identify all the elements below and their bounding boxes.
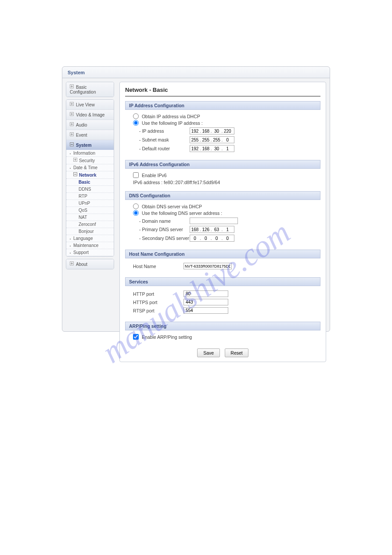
pdns-oct-2[interactable] [201,226,211,232]
ip-oct-3[interactable] [212,128,222,134]
net-sub-zeroconf[interactable]: Zeroconf [66,221,114,228]
sidebar-item-basic-config[interactable]: Basic Configuration [66,82,114,97]
save-button[interactable]: Save [197,348,220,357]
radio-dns-static[interactable] [133,210,139,216]
net-sub-qos[interactable]: QoS [66,207,114,214]
radio-ip-dhcp[interactable] [133,113,139,119]
pdns-oct-4[interactable] [223,226,232,232]
window-title: System [62,67,330,78]
sidebar-item-audio[interactable]: Audio [66,120,114,130]
ip-oct-4[interactable] [223,128,232,134]
subitem-language[interactable]: Language [66,235,114,242]
sdns-oct-1[interactable] [190,235,200,241]
radio-ip-static-label: Use the following IP address : [142,120,203,126]
primary-dns-input: . . . [190,226,234,233]
http-port-label: HTTP port [133,291,183,297]
section-dns-header: DNS Configuration [125,191,320,200]
router-oct-3[interactable] [212,145,222,152]
subnet-oct-4[interactable] [223,137,232,143]
subitem-network[interactable]: Network [66,171,114,179]
sdns-oct-2[interactable] [201,235,211,241]
radio-dns-dhcp-label: Obtain DNS server via DHCP [142,204,202,209]
sdns-oct-4[interactable] [223,235,232,241]
rtsp-port-input[interactable] [183,307,228,314]
sidebar-item-system[interactable]: System [66,140,114,150]
main-content: Network - Basic IP Address Configuration… [119,82,326,362]
router-oct-4[interactable] [223,145,232,152]
checkbox-enable-arp[interactable] [133,334,139,340]
pdns-oct-3[interactable] [212,226,222,232]
net-sub-upnp[interactable]: UPnP [66,200,114,207]
subnet-oct-2[interactable] [201,137,211,143]
section-ip-header: IP Address Configuration [125,101,320,110]
subnet-input: . . . [190,136,234,143]
subnet-oct-3[interactable] [212,137,222,143]
sidebar-item-video-image[interactable]: Video & Image [66,109,114,120]
radio-ip-dhcp-label: Obtain IP address via DHCP [142,114,200,119]
subitem-date-time[interactable]: Date & Time [66,164,114,171]
ip-oct-1[interactable] [190,128,200,134]
router-oct-1[interactable] [190,145,200,152]
section-ipv6-header: IPv6 Address Configuration [125,160,320,169]
enable-arp-label: Enable ARP/Ping setting [142,334,192,340]
net-sub-rtp[interactable]: RTP [66,193,114,200]
sidebar-item-event[interactable]: Event [66,130,114,140]
https-port-input[interactable] [183,299,228,305]
subnet-oct-1[interactable] [190,137,200,143]
sidebar: Basic Configuration Live View Video & Im… [66,82,114,362]
net-sub-nat[interactable]: NAT [66,214,114,221]
ip-address-input: . . . [190,127,234,134]
radio-dns-static-label: Use the following DNS server address : [142,210,222,216]
net-sub-ddns[interactable]: DDNS [66,186,114,193]
hostname-label: Host Name [133,264,183,269]
hostname-input[interactable] [183,263,232,269]
domain-name-label: - Domain name [139,218,190,224]
section-arp-header: ARP/Ping setting [125,322,320,330]
sidebar-item-about[interactable]: About [66,259,114,269]
ipv6-address-line: IPv6 address : fe80::207:d8ff:fe17:5dd9/… [133,180,319,185]
subitem-support[interactable]: Support [66,249,114,256]
primary-dns-label: - Primary DNS server [139,227,190,232]
router-label: - Default router [139,146,190,151]
subnet-label: - Subnet mask [139,137,190,142]
settings-window: System Basic Configuration Live View Vid… [62,66,330,332]
reset-button[interactable]: Reset [225,348,248,357]
section-hostname-header: Host Name Configuration [125,250,320,258]
domain-name-input[interactable] [190,218,238,224]
subitem-maintenance[interactable]: Maintenance [66,242,114,249]
net-sub-bonjour[interactable]: Bonjour [66,228,114,235]
sidebar-item-live-view[interactable]: Live View [66,100,114,109]
checkbox-enable-ipv6[interactable] [133,172,139,178]
section-services-header: Services [125,277,320,286]
router-oct-2[interactable] [201,145,211,152]
page-title: Network - Basic [125,87,320,97]
sdns-oct-3[interactable] [212,235,222,241]
pdns-oct-1[interactable] [190,226,200,232]
system-subtree: Information Security Date & Time Network… [66,150,114,256]
router-input: . . . [190,145,234,152]
https-port-label: HTTPS port [133,300,183,305]
subitem-security[interactable]: Security [66,157,114,164]
radio-ip-static[interactable] [133,120,139,126]
ip-oct-2[interactable] [201,128,211,134]
enable-ipv6-label: Enable IPv6 [142,173,167,178]
http-port-input[interactable] [183,290,228,297]
secondary-dns-label: - Secondary DNS server [139,236,190,241]
subitem-information[interactable]: Information [66,150,114,157]
rtsp-port-label: RTSP port [133,308,183,313]
radio-dns-dhcp[interactable] [133,203,139,209]
secondary-dns-input: . . . [190,235,234,242]
net-sub-basic[interactable]: Basic [66,179,114,186]
ip-address-label: - IP address [139,128,190,134]
